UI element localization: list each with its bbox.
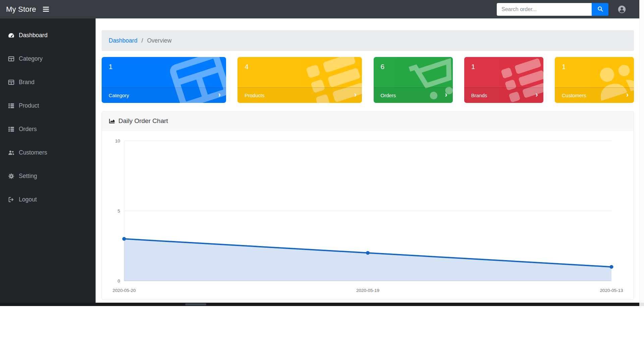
chart-title: Daily Order Chart [118,117,168,125]
sidebar-item-logout[interactable]: Logout [0,188,96,211]
app-root: My Store Dashboard Category Brand Produc… [0,0,644,362]
stat-card-label: Products [245,93,264,98]
brand-title[interactable]: My Store [6,5,36,14]
sidebar-item-category[interactable]: Category [0,47,96,70]
list-icon [7,126,15,133]
table-icon [7,55,15,62]
chevron-right-icon: › [535,91,538,100]
data-point[interactable] [122,237,126,241]
stat-card-orders[interactable]: 6 Orders › [374,57,453,103]
sidebar-item-dashboard[interactable]: Dashboard [0,23,96,47]
chart-plot-area: 05102020-05-202020-05-192020-05-13 [102,131,634,299]
stat-card-category[interactable]: 1 Category › [102,57,226,103]
sidebar-item-orders[interactable]: Orders [0,117,96,141]
stat-card-footer-link[interactable]: Products › [237,87,362,103]
y-tick-label: 5 [117,208,120,214]
sidebar-item-brand[interactable]: Brand [0,70,96,94]
breadcrumb-separator: / [142,37,143,44]
stat-card-label: Category [109,93,129,98]
sidebar-item-product[interactable]: Product [0,94,96,117]
area-fill [124,239,611,281]
x-tick-label: 2020-05-20 [112,288,136,293]
table-icon [7,79,15,86]
stat-card-label: Brands [471,93,487,98]
sidebar-item-customers[interactable]: Customers [0,141,96,164]
stat-card-label: Customers [562,93,586,98]
search-input[interactable] [497,3,592,16]
scrollbar-corner [639,303,644,306]
stat-card-label: Orders [381,93,396,98]
stat-card-footer-link[interactable]: Orders › [374,87,453,103]
horizontal-scrollbar[interactable] [0,303,639,306]
chevron-right-icon: › [354,91,357,100]
gear-icon [7,173,15,180]
horizontal-scrollbar-thumb[interactable] [185,303,206,305]
sidebar-nav: Dashboard Category Brand Product Orders … [0,18,96,303]
data-point[interactable] [610,265,613,269]
x-tick-label: 2020-05-13 [600,288,623,293]
stat-card-footer-link[interactable]: Brands › [464,87,543,103]
users-icon [7,149,15,156]
stat-card-brands[interactable]: 1 Brands › [464,57,543,103]
stat-card-value: 1 [555,57,634,71]
search-button[interactable] [592,3,608,16]
stat-card-footer-link[interactable]: Customers › [555,87,634,103]
stat-card-footer-link[interactable]: Category › [102,87,226,103]
list-icon [7,102,15,109]
stat-card-value: 4 [237,57,362,71]
breadcrumb-current: Overview [147,37,172,44]
chevron-right-icon: › [218,91,221,100]
stat-cards-row: 1 Category › 4 Products › 6 Orders › [102,57,634,103]
stat-card-value: 1 [464,57,543,71]
stat-card-customers[interactable]: 1 Customers › [555,57,634,103]
chart-area-icon [108,118,115,125]
stat-card-products[interactable]: 4 Products › [237,57,362,103]
vertical-scrollbar[interactable] [639,0,644,303]
gauge-icon [7,32,15,39]
user-account-icon[interactable] [617,5,627,14]
chevron-right-icon: › [445,91,447,100]
stat-card-value: 1 [102,57,226,71]
stat-card-value: 6 [374,57,453,71]
breadcrumb-dashboard-link[interactable]: Dashboard [109,37,138,44]
hamburger-menu-icon[interactable] [42,5,50,13]
daily-order-chart-svg: 05102020-05-202020-05-192020-05-13 [102,131,634,299]
y-tick-label: 0 [117,279,120,284]
logout-icon [7,196,15,203]
data-point[interactable] [366,251,370,255]
chevron-right-icon: › [626,91,629,100]
daily-order-chart-card: Daily Order Chart 05102020-05-202020-05-… [102,111,634,300]
x-tick-label: 2020-05-19 [356,288,379,293]
search-icon [597,5,604,13]
chart-card-header: Daily Order Chart [102,112,634,131]
breadcrumb: Dashboard / Overview [102,30,634,51]
main-content: Dashboard / Overview 1 Category › 4 Prod… [96,18,639,303]
sidebar-item-setting[interactable]: Setting [0,164,96,188]
order-search-group [497,3,608,16]
top-navbar: My Store [0,0,639,18]
y-tick-label: 10 [115,138,120,143]
